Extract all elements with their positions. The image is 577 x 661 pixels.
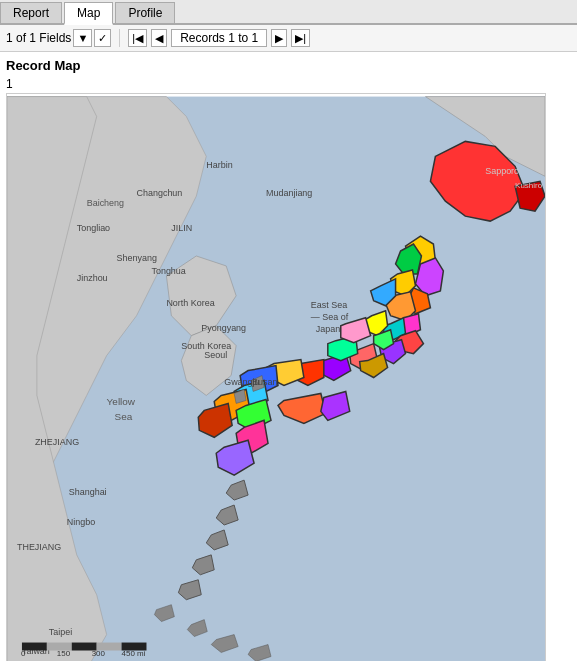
svg-text:Jinzhou: Jinzhou	[77, 273, 108, 283]
svg-text:Yellow: Yellow	[107, 396, 136, 407]
svg-text:Shanghai: Shanghai	[69, 487, 107, 497]
svg-text:Tonghua: Tonghua	[151, 266, 185, 276]
svg-text:— Sea of: — Sea of	[311, 312, 349, 322]
tab-bar: Report Map Profile	[0, 0, 577, 25]
svg-text:Pyongyang: Pyongyang	[201, 323, 246, 333]
svg-text:Japan: Japan	[316, 324, 340, 334]
svg-text:Harbin: Harbin	[206, 160, 232, 170]
first-record-btn[interactable]: |◀	[128, 29, 147, 47]
svg-text:East Sea: East Sea	[311, 300, 347, 310]
svg-text:Taipei: Taipei	[49, 627, 72, 637]
records-label: Records 1 to 1	[171, 29, 267, 47]
svg-text:450 mi: 450 mi	[122, 649, 146, 658]
svg-text:Ningbo: Ningbo	[67, 517, 95, 527]
fields-dropdown-btn[interactable]: ▼	[73, 29, 92, 47]
fields-check-btn[interactable]: ✓	[94, 29, 111, 47]
svg-text:Mudanjiang: Mudanjiang	[266, 188, 312, 198]
record-map-title: Record Map	[6, 58, 571, 73]
svg-text:Busan: Busan	[252, 377, 277, 387]
svg-text:Shenyang: Shenyang	[117, 253, 157, 263]
prev-record-btn[interactable]: ◀	[151, 29, 167, 47]
svg-text:0: 0	[21, 649, 26, 658]
svg-text:JILIN: JILIN	[171, 223, 192, 233]
tab-profile[interactable]: Profile	[115, 2, 175, 23]
svg-rect-29	[22, 643, 47, 651]
svg-text:Tongliao: Tongliao	[77, 223, 110, 233]
svg-text:150: 150	[57, 649, 71, 658]
last-record-btn[interactable]: ▶|	[291, 29, 310, 47]
next-record-btn[interactable]: ▶	[271, 29, 287, 47]
svg-text:THEJIANG: THEJIANG	[17, 542, 61, 552]
tab-map[interactable]: Map	[64, 2, 113, 25]
tab-report[interactable]: Report	[0, 2, 62, 23]
nav-bar: 1 of 1 Fields ▼ ✓ |◀ ◀ Records 1 to 1 ▶ …	[0, 25, 577, 52]
svg-text:Changchun: Changchun	[137, 188, 183, 198]
svg-text:Sapporo: Sapporo	[485, 166, 519, 176]
fields-info: 1 of 1 Fields ▼ ✓	[6, 29, 111, 47]
svg-text:Sea: Sea	[115, 411, 133, 422]
main-content: Record Map 1	[0, 52, 577, 661]
svg-text:Kushiro: Kushiro	[515, 181, 543, 190]
map-container[interactable]: Tongliao Changchun Baicheng Harbin Mudan…	[6, 93, 546, 661]
fields-text: 1 of 1 Fields	[6, 31, 71, 45]
svg-text:ZHEJIANG: ZHEJIANG	[35, 437, 79, 447]
svg-text:Baicheng: Baicheng	[87, 198, 124, 208]
record-number: 1	[6, 77, 571, 91]
svg-text:300: 300	[92, 649, 106, 658]
svg-text:North Korea: North Korea	[166, 298, 214, 308]
svg-text:Seoul: Seoul	[204, 350, 227, 360]
nav-divider	[119, 29, 120, 47]
